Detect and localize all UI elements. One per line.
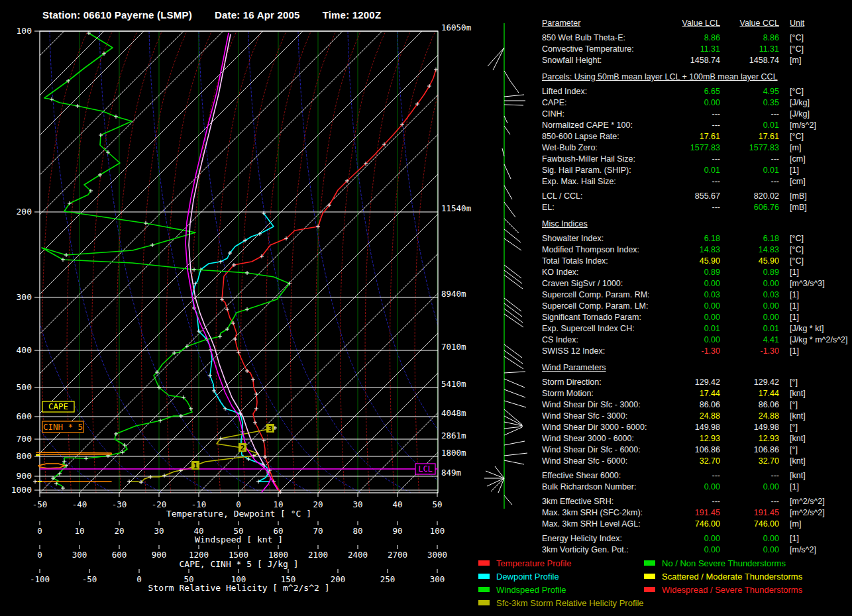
wind-barb	[504, 265, 521, 278]
srh-km-marker-3-label: 3	[268, 425, 273, 433]
row-unit: [1]	[782, 301, 852, 312]
value-ccl: -1.30	[723, 346, 779, 357]
axis-tick-label: 40	[392, 499, 402, 509]
value-lcl: ---	[670, 154, 720, 165]
value-ccl: 820.02	[723, 191, 779, 202]
value-lcl: 0.03	[670, 289, 720, 301]
row-unit: [mB]	[782, 191, 852, 202]
table-row: CINH:------[J/kg]	[542, 109, 847, 120]
value-lcl: 0.00	[670, 301, 720, 312]
dry-adiabat-line	[341, 31, 386, 493]
value-ccl: 0.00	[723, 278, 779, 289]
value-ccl: 0.89	[723, 267, 779, 278]
temperature-profile	[222, 70, 436, 492]
row-unit: [cm]	[782, 176, 852, 187]
legend-swatch	[478, 574, 490, 579]
value-ccl: 45.90	[723, 256, 779, 267]
table-row: Wind Shear 3000 - 6000:12.9312.93[knt]	[542, 433, 847, 444]
row-unit: [°C]	[782, 86, 852, 97]
axis-tick-label: 100	[430, 526, 445, 536]
wind-barb	[504, 350, 523, 364]
dry-adiabat-line	[390, 31, 435, 493]
legend-item: No / Non Severe Thunderstorms	[644, 556, 802, 570]
row-unit: [°]	[782, 399, 852, 411]
lcl-line-label: LCL	[418, 464, 433, 474]
axis-tick-label: 30	[352, 499, 362, 509]
value-lcl: 129.42	[670, 377, 720, 388]
pressure-tick-label: 1000	[11, 485, 32, 495]
row-label: Wind Shear Dir Sfc - 6000:	[542, 444, 668, 456]
legend-label: Scattered / Moderate Thunderstorms	[662, 572, 802, 582]
row-label: KO Index:	[542, 267, 668, 278]
parameters-panel: ParameterValue LCLValue CCLUnit850 Wet B…	[542, 18, 847, 556]
value-ccl: 0.00	[723, 533, 779, 544]
axis-tick-label: 20	[114, 526, 124, 536]
row-unit: [1]	[782, 267, 852, 278]
row-unit: [1]	[782, 482, 852, 493]
value-lcl: ---	[670, 120, 720, 131]
row-label: CS Index:	[542, 334, 668, 346]
row-unit: [°C]	[782, 44, 852, 55]
moist-adiabat-line	[398, 31, 560, 493]
value-ccl: 0.35	[723, 97, 779, 109]
axis-tick-label: 300	[72, 550, 87, 560]
table-row: Max. 3km SRH Level AGL:746.00746.00[m]	[542, 519, 847, 530]
value-lcl: 11.31	[670, 44, 720, 55]
axis-tick-label: 0	[37, 550, 42, 560]
cinh-profile-upper-loop	[36, 452, 111, 454]
table-row: Max. 3km SRH (SFC-2km):191.45191.45[m^2/…	[542, 507, 847, 519]
legend-label: Widespread / Severe Thunderstorms	[662, 585, 802, 595]
wind-barb	[504, 71, 510, 81]
row-unit: [°C]	[782, 32, 852, 44]
row-unit: [knt]	[782, 388, 852, 399]
row-label: Convective Temperature:	[542, 44, 668, 55]
axis-tick-label: 0	[37, 526, 42, 536]
value-lcl: 17.44	[670, 388, 720, 399]
axis-title: Windspeed [ knt ]	[195, 535, 283, 544]
value-ccl: 0.00	[723, 544, 779, 556]
moist-adiabat-line	[149, 31, 311, 493]
table-row: KO Index:0.890.89[1]	[542, 267, 847, 278]
moist-adiabat-line	[199, 31, 361, 493]
axis-tick-label: -100	[30, 574, 50, 584]
value-lcl: ---	[670, 202, 720, 213]
legend-label: No / Non Severe Thunderstorms	[662, 558, 786, 568]
row-label: Modified Thompson Index:	[542, 244, 668, 256]
table-row: Wind Shear Dir 3000 - 6000:149.98149.98[…	[542, 422, 847, 433]
wind-barb	[504, 202, 515, 217]
value-lcl: 0.89	[670, 267, 720, 278]
row-unit: [1]	[782, 165, 852, 176]
value-ccl: 606.76	[723, 202, 779, 213]
row-label: EL:	[542, 202, 668, 213]
moist-adiabat-line	[348, 31, 510, 493]
row-label: Normalized CAPE * 100:	[542, 120, 668, 131]
row-unit: [m^2/s^2]	[782, 507, 852, 519]
col-unit: Unit	[782, 18, 852, 29]
table-row: 850-600 Lapse Rate:17.6117.61[°C]	[542, 131, 847, 142]
value-lcl: 0.00	[670, 334, 720, 346]
row-unit: [knt]	[782, 470, 852, 482]
value-lcl: 6.65	[670, 86, 720, 97]
row-unit: [1]	[782, 289, 852, 301]
value-ccl: 0.01	[723, 323, 779, 334]
legend-item: Temperature Profile	[478, 556, 644, 570]
value-lcl: 0.00	[670, 278, 720, 289]
row-label: CAPE:	[542, 97, 668, 109]
value-lcl: 0.00	[670, 312, 720, 323]
height-label: 8940m	[441, 289, 466, 299]
axis-tick-label: 1800	[268, 550, 288, 560]
axis-title: Temperature, Dewpoint [ °C ]	[166, 509, 311, 519]
value-ccl: 17.44	[723, 388, 779, 399]
value-ccl: 24.88	[723, 411, 779, 422]
row-unit: [m]	[782, 519, 852, 530]
value-lcl: 746.00	[670, 519, 720, 530]
row-label: Significant Tornado Param:	[542, 312, 668, 323]
legend-swatch	[644, 587, 655, 592]
legend-swatch	[478, 600, 490, 605]
row-label: Fawbush-Miller Hail Size:	[542, 154, 668, 165]
row-unit: [°C]	[782, 233, 852, 244]
axis-tick-label: 2400	[348, 550, 368, 560]
value-ccl: 0.03	[723, 289, 779, 301]
axis-tick-label: -30	[112, 499, 127, 509]
wind-barb	[504, 164, 511, 179]
